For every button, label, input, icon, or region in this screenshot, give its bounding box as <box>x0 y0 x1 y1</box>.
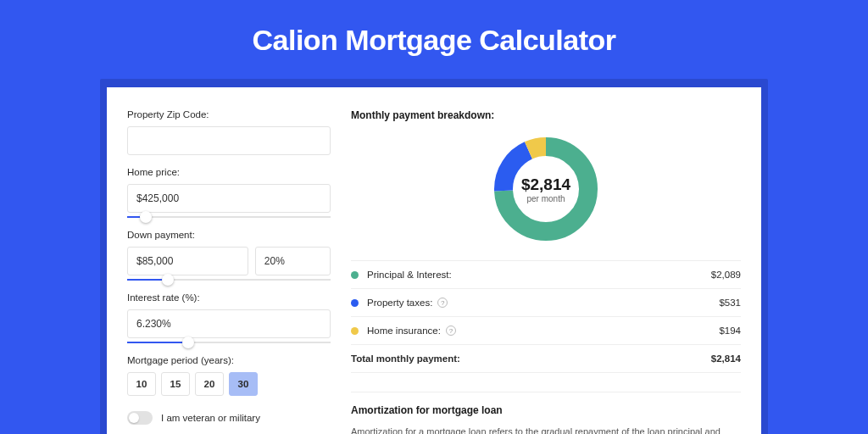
period-30-button[interactable]: 30 <box>229 372 258 396</box>
legend-row-principal: Principal & Interest: $2,089 <box>351 261 741 289</box>
zip-field: Property Zip Code: <box>127 109 331 155</box>
total-value: $2,814 <box>711 353 741 364</box>
down-payment-pct-input[interactable] <box>255 247 331 275</box>
veteran-row: I am veteran or military <box>127 411 331 425</box>
legend-value: $194 <box>719 326 741 336</box>
interest-input[interactable] <box>127 309 331 338</box>
total-label: Total monthly payment: <box>351 353 711 364</box>
legend-label-text: Home insurance: <box>367 326 441 336</box>
home-price-input[interactable] <box>127 184 331 213</box>
home-price-slider[interactable] <box>127 216 331 218</box>
breakdown-title: Monthly payment breakdown: <box>351 109 741 121</box>
veteran-toggle[interactable] <box>127 411 153 425</box>
dot-icon <box>351 327 359 335</box>
period-20-button[interactable]: 20 <box>195 372 224 396</box>
donut-center: $2,814 per month <box>490 133 602 245</box>
info-icon[interactable]: ? <box>437 298 448 308</box>
interest-field: Interest rate (%): <box>127 292 331 343</box>
calculator-card: Property Zip Code: Home price: Down paym… <box>107 87 761 434</box>
amortization-section: Amortization for mortgage loan Amortizat… <box>351 392 741 434</box>
toggle-knob <box>129 413 139 423</box>
period-15-button[interactable]: 15 <box>161 372 190 396</box>
period-label: Mortgage period (years): <box>127 355 331 365</box>
period-field: Mortgage period (years): 10 15 20 30 <box>127 355 331 396</box>
home-price-label: Home price: <box>127 167 331 177</box>
down-payment-slider[interactable] <box>127 279 331 281</box>
slider-handle[interactable] <box>182 337 194 348</box>
down-payment-field: Down payment: <box>127 230 331 281</box>
zip-label: Property Zip Code: <box>127 109 331 120</box>
legend-label: Property taxes: ? <box>367 298 719 308</box>
period-buttons: 10 15 20 30 <box>127 372 331 396</box>
period-10-button[interactable]: 10 <box>127 372 156 396</box>
veteran-label: I am veteran or military <box>161 413 260 423</box>
legend-label: Home insurance: ? <box>367 326 719 336</box>
zip-input[interactable] <box>127 126 331 155</box>
legend-row-taxes: Property taxes: ? $531 <box>351 289 741 317</box>
slider-handle[interactable] <box>140 211 152 223</box>
legend-label: Principal & Interest: <box>367 270 711 280</box>
page-title: Calion Mortgage Calculator <box>0 24 868 57</box>
interest-slider[interactable] <box>127 342 331 343</box>
legend-value: $531 <box>719 298 741 308</box>
slider-handle[interactable] <box>162 274 174 286</box>
legend-row-total: Total monthly payment: $2,814 <box>351 345 741 373</box>
home-price-field: Home price: <box>127 167 331 218</box>
donut-amount: $2,814 <box>521 175 570 194</box>
amortization-title: Amortization for mortgage loan <box>351 404 741 416</box>
down-payment-label: Down payment: <box>127 230 331 240</box>
dot-icon <box>351 271 359 279</box>
amortization-text: Amortization for a mortgage loan refers … <box>351 425 741 434</box>
form-column: Property Zip Code: Home price: Down paym… <box>127 109 331 434</box>
down-payment-input[interactable] <box>127 247 248 275</box>
interest-label: Interest rate (%): <box>127 292 331 303</box>
info-icon[interactable]: ? <box>446 326 456 336</box>
breakdown-column: Monthly payment breakdown: $2,814 per mo… <box>351 109 741 434</box>
legend-label-text: Property taxes: <box>367 298 432 308</box>
card-backdrop: Property Zip Code: Home price: Down paym… <box>100 79 768 434</box>
donut-chart: $2,814 per month <box>351 133 741 245</box>
dot-icon <box>351 299 359 307</box>
legend-row-insurance: Home insurance: ? $194 <box>351 317 741 345</box>
donut-sub: per month <box>526 194 565 203</box>
legend: Principal & Interest: $2,089 Property ta… <box>351 260 741 373</box>
legend-value: $2,089 <box>711 270 741 280</box>
